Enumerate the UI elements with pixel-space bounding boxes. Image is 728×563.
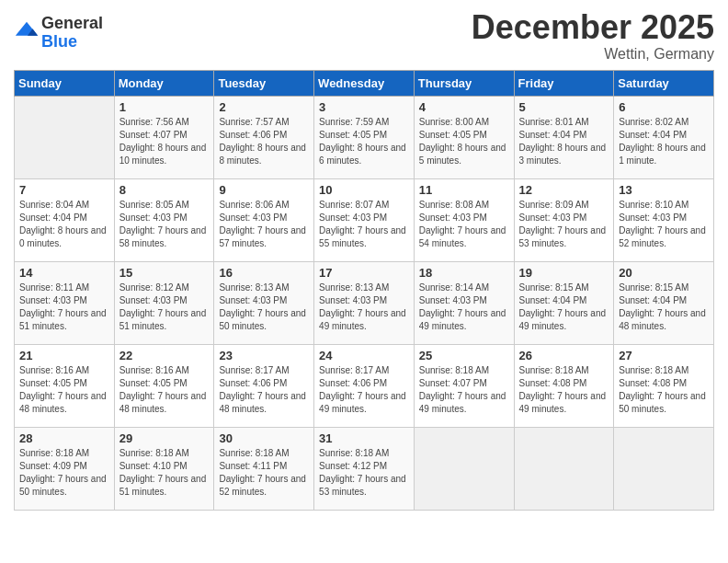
calendar-cell: 27Sunrise: 8:18 AMSunset: 4:08 PMDayligh… [614, 344, 714, 427]
day-info: Sunrise: 8:18 AMSunset: 4:09 PMDaylight:… [19, 447, 109, 499]
calendar-cell: 3Sunrise: 7:59 AMSunset: 4:05 PMDaylight… [314, 96, 415, 178]
day-number: 28 [19, 431, 109, 445]
weekday-header-sunday: Sunday [15, 70, 115, 96]
weekday-header-friday: Friday [514, 70, 614, 96]
day-info: Sunrise: 8:02 AMSunset: 4:04 PMDaylight:… [619, 116, 709, 167]
day-number: 4 [419, 100, 509, 114]
day-number: 8 [119, 183, 210, 197]
calendar-cell: 17Sunrise: 8:13 AMSunset: 4:03 PMDayligh… [314, 261, 415, 344]
day-number: 17 [319, 266, 409, 280]
calendar-cell: 10Sunrise: 8:07 AMSunset: 4:03 PMDayligh… [314, 178, 415, 261]
week-row-4: 21Sunrise: 8:16 AMSunset: 4:05 PMDayligh… [15, 344, 714, 427]
week-row-2: 7Sunrise: 8:04 AMSunset: 4:04 PMDaylight… [15, 178, 714, 261]
week-row-1: 1Sunrise: 7:56 AMSunset: 4:07 PMDaylight… [15, 96, 714, 178]
day-info: Sunrise: 8:00 AMSunset: 4:05 PMDaylight:… [419, 116, 509, 167]
day-info: Sunrise: 8:16 AMSunset: 4:05 PMDaylight:… [19, 364, 109, 416]
day-number: 11 [419, 183, 509, 197]
day-number: 13 [619, 183, 709, 197]
day-number: 30 [219, 431, 309, 445]
day-number: 10 [319, 183, 409, 197]
day-info: Sunrise: 8:14 AMSunset: 4:03 PMDaylight:… [419, 282, 509, 333]
day-number: 2 [219, 100, 309, 114]
day-info: Sunrise: 8:18 AMSunset: 4:10 PMDaylight:… [119, 447, 210, 499]
logo-general: General [41, 15, 103, 33]
day-info: Sunrise: 8:08 AMSunset: 4:03 PMDaylight:… [419, 199, 509, 250]
calendar-cell: 11Sunrise: 8:08 AMSunset: 4:03 PMDayligh… [414, 178, 514, 261]
day-info: Sunrise: 8:04 AMSunset: 4:04 PMDaylight:… [19, 199, 109, 250]
day-info: Sunrise: 8:17 AMSunset: 4:06 PMDaylight:… [219, 364, 309, 416]
month-title: December 2025 [472, 9, 714, 46]
calendar-cell [414, 427, 514, 510]
day-info: Sunrise: 8:13 AMSunset: 4:03 PMDaylight:… [219, 282, 309, 333]
page-header: General Blue December 2025 Wettin, Germa… [14, 9, 714, 63]
calendar-cell [15, 96, 115, 178]
week-row-3: 14Sunrise: 8:11 AMSunset: 4:03 PMDayligh… [15, 261, 714, 344]
calendar-cell: 31Sunrise: 8:18 AMSunset: 4:12 PMDayligh… [314, 427, 415, 510]
calendar-cell: 29Sunrise: 8:18 AMSunset: 4:10 PMDayligh… [114, 427, 214, 510]
day-number: 23 [219, 349, 309, 362]
day-info: Sunrise: 8:11 AMSunset: 4:03 PMDaylight:… [19, 282, 109, 333]
week-row-5: 28Sunrise: 8:18 AMSunset: 4:09 PMDayligh… [15, 427, 714, 510]
day-info: Sunrise: 8:09 AMSunset: 4:03 PMDaylight:… [519, 199, 609, 250]
calendar-cell: 14Sunrise: 8:11 AMSunset: 4:03 PMDayligh… [15, 261, 115, 344]
day-number: 12 [519, 183, 609, 197]
calendar-cell: 21Sunrise: 8:16 AMSunset: 4:05 PMDayligh… [15, 344, 115, 427]
day-number: 24 [319, 349, 409, 362]
calendar-cell: 8Sunrise: 8:05 AMSunset: 4:03 PMDaylight… [114, 178, 214, 261]
day-info: Sunrise: 8:18 AMSunset: 4:12 PMDaylight:… [319, 447, 409, 499]
day-number: 6 [619, 100, 709, 114]
day-info: Sunrise: 7:59 AMSunset: 4:05 PMDaylight:… [319, 116, 409, 167]
calendar-cell: 9Sunrise: 8:06 AMSunset: 4:03 PMDaylight… [214, 178, 314, 261]
calendar-table: SundayMondayTuesdayWednesdayThursdayFrid… [14, 70, 714, 511]
day-number: 21 [19, 349, 109, 362]
weekday-header-monday: Monday [114, 70, 214, 96]
day-number: 19 [519, 266, 609, 280]
calendar-cell: 20Sunrise: 8:15 AMSunset: 4:04 PMDayligh… [614, 261, 714, 344]
day-info: Sunrise: 7:57 AMSunset: 4:06 PMDaylight:… [219, 116, 309, 167]
day-info: Sunrise: 8:18 AMSunset: 4:08 PMDaylight:… [619, 364, 709, 416]
calendar-cell: 4Sunrise: 8:00 AMSunset: 4:05 PMDaylight… [414, 96, 514, 178]
calendar-cell: 13Sunrise: 8:10 AMSunset: 4:03 PMDayligh… [614, 178, 714, 261]
day-number: 7 [19, 183, 109, 197]
day-info: Sunrise: 8:07 AMSunset: 4:03 PMDaylight:… [319, 199, 409, 250]
logo-blue: Blue [41, 33, 103, 52]
day-number: 14 [19, 266, 109, 280]
calendar-cell: 30Sunrise: 8:18 AMSunset: 4:11 PMDayligh… [214, 427, 314, 510]
day-info: Sunrise: 8:18 AMSunset: 4:08 PMDaylight:… [519, 364, 609, 416]
weekday-header-thursday: Thursday [414, 70, 514, 96]
day-info: Sunrise: 8:12 AMSunset: 4:03 PMDaylight:… [119, 282, 210, 333]
calendar-cell: 26Sunrise: 8:18 AMSunset: 4:08 PMDayligh… [514, 344, 614, 427]
calendar-cell: 7Sunrise: 8:04 AMSunset: 4:04 PMDaylight… [15, 178, 115, 261]
calendar-cell: 18Sunrise: 8:14 AMSunset: 4:03 PMDayligh… [414, 261, 514, 344]
weekday-header-tuesday: Tuesday [214, 70, 314, 96]
day-number: 15 [119, 266, 210, 280]
day-info: Sunrise: 8:10 AMSunset: 4:03 PMDaylight:… [619, 199, 709, 250]
day-info: Sunrise: 8:18 AMSunset: 4:11 PMDaylight:… [219, 447, 309, 499]
day-number: 3 [319, 100, 409, 114]
day-number: 5 [519, 100, 609, 114]
calendar-cell: 24Sunrise: 8:17 AMSunset: 4:06 PMDayligh… [314, 344, 415, 427]
day-number: 25 [419, 349, 509, 362]
day-number: 29 [119, 431, 210, 445]
day-info: Sunrise: 8:13 AMSunset: 4:03 PMDaylight:… [319, 282, 409, 333]
logo-icon [14, 20, 40, 46]
calendar-cell [614, 427, 714, 510]
calendar-cell: 16Sunrise: 8:13 AMSunset: 4:03 PMDayligh… [214, 261, 314, 344]
day-info: Sunrise: 8:16 AMSunset: 4:05 PMDaylight:… [119, 364, 210, 416]
day-number: 1 [119, 100, 210, 114]
day-info: Sunrise: 8:17 AMSunset: 4:06 PMDaylight:… [319, 364, 409, 416]
calendar-cell: 12Sunrise: 8:09 AMSunset: 4:03 PMDayligh… [514, 178, 614, 261]
location-title: Wettin, Germany [472, 46, 714, 63]
calendar-cell: 23Sunrise: 8:17 AMSunset: 4:06 PMDayligh… [214, 344, 314, 427]
weekday-header-saturday: Saturday [614, 70, 714, 96]
day-number: 22 [119, 349, 210, 362]
calendar-cell [514, 427, 614, 510]
day-info: Sunrise: 7:56 AMSunset: 4:07 PMDaylight:… [119, 116, 210, 167]
calendar-cell: 19Sunrise: 8:15 AMSunset: 4:04 PMDayligh… [514, 261, 614, 344]
calendar-cell: 5Sunrise: 8:01 AMSunset: 4:04 PMDaylight… [514, 96, 614, 178]
calendar-cell: 1Sunrise: 7:56 AMSunset: 4:07 PMDaylight… [114, 96, 214, 178]
calendar-cell: 2Sunrise: 7:57 AMSunset: 4:06 PMDaylight… [214, 96, 314, 178]
day-number: 16 [219, 266, 309, 280]
title-area: December 2025 Wettin, Germany [472, 9, 714, 63]
calendar-cell: 15Sunrise: 8:12 AMSunset: 4:03 PMDayligh… [114, 261, 214, 344]
